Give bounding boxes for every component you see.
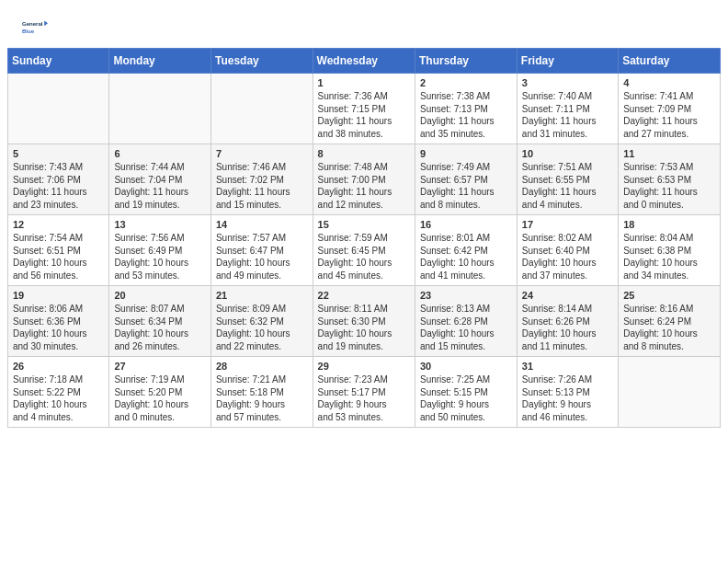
day-cell: 17Sunrise: 8:02 AM Sunset: 6:40 PM Dayli… — [517, 215, 618, 286]
day-detail: Sunrise: 7:49 AM Sunset: 6:57 PM Dayligh… — [420, 161, 512, 211]
day-cell: 11Sunrise: 7:53 AM Sunset: 6:53 PM Dayli… — [619, 144, 721, 215]
day-cell: 1Sunrise: 7:36 AM Sunset: 7:15 PM Daylig… — [313, 74, 415, 144]
day-cell: 23Sunrise: 8:13 AM Sunset: 6:28 PM Dayli… — [415, 286, 517, 357]
day-cell: 19Sunrise: 8:06 AM Sunset: 6:36 PM Dayli… — [8, 286, 109, 357]
day-number: 8 — [318, 148, 410, 159]
day-number: 29 — [318, 361, 410, 372]
week-row-4: 19Sunrise: 8:06 AM Sunset: 6:36 PM Dayli… — [8, 286, 721, 357]
svg-text:Blue: Blue — [22, 29, 35, 34]
day-number: 5 — [13, 148, 104, 159]
day-detail: Sunrise: 7:25 AM Sunset: 5:15 PM Dayligh… — [420, 373, 512, 423]
day-number: 24 — [522, 290, 613, 301]
day-cell — [210, 74, 313, 144]
col-sunday: Sunday — [8, 49, 109, 74]
day-cell: 27Sunrise: 7:19 AM Sunset: 5:20 PM Dayli… — [109, 357, 211, 428]
day-number: 27 — [114, 361, 206, 372]
day-number: 23 — [420, 290, 512, 301]
col-tuesday: Tuesday — [210, 49, 313, 74]
day-detail: Sunrise: 7:38 AM Sunset: 7:13 PM Dayligh… — [420, 90, 512, 140]
day-number: 2 — [420, 77, 512, 88]
day-detail: Sunrise: 7:57 AM Sunset: 6:47 PM Dayligh… — [216, 232, 308, 282]
day-cell: 7Sunrise: 7:46 AM Sunset: 7:02 PM Daylig… — [210, 144, 313, 215]
day-cell: 6Sunrise: 7:44 AM Sunset: 7:04 PM Daylig… — [109, 144, 211, 215]
day-cell: 15Sunrise: 7:59 AM Sunset: 6:45 PM Dayli… — [313, 215, 415, 286]
day-detail: Sunrise: 7:48 AM Sunset: 7:00 PM Dayligh… — [318, 161, 410, 211]
day-number: 28 — [216, 361, 308, 372]
day-cell: 29Sunrise: 7:23 AM Sunset: 5:17 PM Dayli… — [313, 357, 415, 428]
day-number: 12 — [13, 219, 104, 230]
day-detail: Sunrise: 7:51 AM Sunset: 6:55 PM Dayligh… — [522, 161, 613, 211]
day-cell: 31Sunrise: 7:26 AM Sunset: 5:13 PM Dayli… — [517, 357, 618, 428]
day-number: 20 — [114, 290, 206, 301]
day-cell: 2Sunrise: 7:38 AM Sunset: 7:13 PM Daylig… — [415, 74, 517, 144]
week-row-3: 12Sunrise: 7:54 AM Sunset: 6:51 PM Dayli… — [8, 215, 721, 286]
col-thursday: Thursday — [415, 49, 517, 74]
calendar-body: 1Sunrise: 7:36 AM Sunset: 7:15 PM Daylig… — [8, 74, 721, 428]
day-number: 3 — [522, 77, 613, 88]
day-cell: 14Sunrise: 7:57 AM Sunset: 6:47 PM Dayli… — [210, 215, 313, 286]
day-cell: 21Sunrise: 8:09 AM Sunset: 6:32 PM Dayli… — [210, 286, 313, 357]
svg-text:General: General — [22, 21, 43, 27]
day-cell: 13Sunrise: 7:56 AM Sunset: 6:49 PM Dayli… — [109, 215, 211, 286]
day-number: 16 — [420, 219, 512, 230]
day-cell: 26Sunrise: 7:18 AM Sunset: 5:22 PM Dayli… — [8, 357, 109, 428]
day-cell: 18Sunrise: 8:04 AM Sunset: 6:38 PM Dayli… — [619, 215, 721, 286]
day-cell: 30Sunrise: 7:25 AM Sunset: 5:15 PM Dayli… — [415, 357, 517, 428]
col-friday: Friday — [517, 49, 618, 74]
day-cell: 20Sunrise: 8:07 AM Sunset: 6:34 PM Dayli… — [109, 286, 211, 357]
day-number: 22 — [318, 290, 410, 301]
day-cell: 9Sunrise: 7:49 AM Sunset: 6:57 PM Daylig… — [415, 144, 517, 215]
day-cell: 22Sunrise: 8:11 AM Sunset: 6:30 PM Dayli… — [313, 286, 415, 357]
day-cell: 4Sunrise: 7:41 AM Sunset: 7:09 PM Daylig… — [619, 74, 721, 144]
day-cell — [109, 74, 211, 144]
day-number: 11 — [623, 148, 715, 159]
day-cell — [619, 357, 721, 428]
day-detail: Sunrise: 8:11 AM Sunset: 6:30 PM Dayligh… — [318, 303, 410, 352]
day-cell — [8, 74, 109, 144]
day-number: 14 — [216, 219, 308, 230]
day-cell: 8Sunrise: 7:48 AM Sunset: 7:00 PM Daylig… — [313, 144, 415, 215]
day-number: 30 — [420, 361, 512, 372]
day-cell: 24Sunrise: 8:14 AM Sunset: 6:26 PM Dayli… — [517, 286, 618, 357]
day-cell: 3Sunrise: 7:40 AM Sunset: 7:11 PM Daylig… — [517, 74, 618, 144]
day-detail: Sunrise: 7:21 AM Sunset: 5:18 PM Dayligh… — [216, 373, 308, 423]
day-number: 13 — [114, 219, 206, 230]
week-row-5: 26Sunrise: 7:18 AM Sunset: 5:22 PM Dayli… — [8, 357, 721, 428]
day-detail: Sunrise: 8:14 AM Sunset: 6:26 PM Dayligh… — [522, 303, 613, 352]
col-monday: Monday — [109, 49, 211, 74]
day-detail: Sunrise: 8:01 AM Sunset: 6:42 PM Dayligh… — [420, 232, 512, 282]
day-detail: Sunrise: 7:44 AM Sunset: 7:04 PM Dayligh… — [114, 161, 206, 211]
day-cell: 5Sunrise: 7:43 AM Sunset: 7:06 PM Daylig… — [8, 144, 109, 215]
day-detail: Sunrise: 8:07 AM Sunset: 6:34 PM Dayligh… — [114, 303, 206, 352]
day-detail: Sunrise: 7:41 AM Sunset: 7:09 PM Dayligh… — [623, 90, 715, 140]
day-detail: Sunrise: 7:26 AM Sunset: 5:13 PM Dayligh… — [522, 373, 613, 423]
day-detail: Sunrise: 8:16 AM Sunset: 6:24 PM Dayligh… — [623, 303, 715, 352]
day-number: 31 — [522, 361, 613, 372]
day-number: 17 — [522, 219, 613, 230]
day-detail: Sunrise: 7:56 AM Sunset: 6:49 PM Dayligh… — [114, 232, 206, 282]
col-saturday: Saturday — [619, 49, 721, 74]
col-wednesday: Wednesday — [313, 49, 415, 74]
logo: General Blue — [22, 15, 51, 40]
day-detail: Sunrise: 7:19 AM Sunset: 5:20 PM Dayligh… — [114, 373, 206, 423]
day-number: 9 — [420, 148, 512, 159]
day-detail: Sunrise: 8:02 AM Sunset: 6:40 PM Dayligh… — [522, 232, 613, 282]
day-number: 21 — [216, 290, 308, 301]
day-detail: Sunrise: 7:46 AM Sunset: 7:02 PM Dayligh… — [216, 161, 308, 211]
day-cell: 28Sunrise: 7:21 AM Sunset: 5:18 PM Dayli… — [210, 357, 313, 428]
day-detail: Sunrise: 8:04 AM Sunset: 6:38 PM Dayligh… — [623, 232, 715, 282]
day-number: 15 — [318, 219, 410, 230]
day-number: 18 — [623, 219, 715, 230]
day-detail: Sunrise: 8:09 AM Sunset: 6:32 PM Dayligh… — [216, 303, 308, 352]
day-number: 7 — [216, 148, 308, 159]
day-detail: Sunrise: 7:54 AM Sunset: 6:51 PM Dayligh… — [13, 232, 104, 282]
day-number: 10 — [522, 148, 613, 159]
day-detail: Sunrise: 7:43 AM Sunset: 7:06 PM Dayligh… — [13, 161, 104, 211]
day-number: 4 — [623, 77, 715, 88]
header: General Blue — [0, 0, 728, 48]
weekday-header-row: Sunday Monday Tuesday Wednesday Thursday… — [8, 49, 721, 74]
day-number: 6 — [114, 148, 206, 159]
day-cell: 16Sunrise: 8:01 AM Sunset: 6:42 PM Dayli… — [415, 215, 517, 286]
day-number: 19 — [13, 290, 104, 301]
day-cell: 12Sunrise: 7:54 AM Sunset: 6:51 PM Dayli… — [8, 215, 109, 286]
